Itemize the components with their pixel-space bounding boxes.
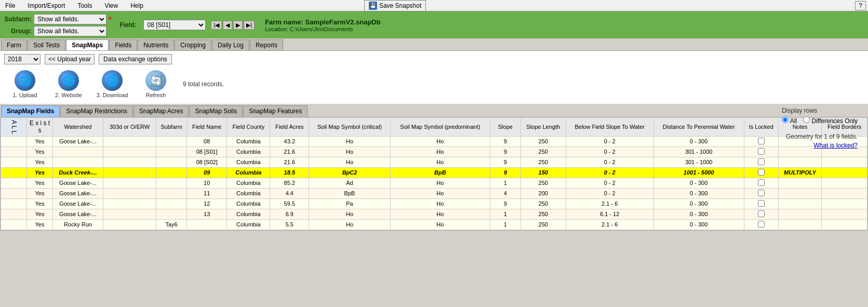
field-bar: Subfarm: Show all fields. * Group: Show …: [0, 11, 868, 38]
col-belowslope-cell: 0 - 2: [566, 157, 653, 167]
col-distperennial-cell: 0 - 300: [653, 209, 744, 219]
website-button[interactable]: 🌐 2. Website: [48, 68, 89, 101]
tab-reports[interactable]: Reports: [250, 39, 283, 50]
subtab-snapmap-acres[interactable]: SnapMap Acres: [133, 105, 189, 117]
save-snapshot-button[interactable]: 💾 Save Snapshot: [364, 0, 426, 11]
upload-year-button[interactable]: << Upload year: [45, 54, 95, 64]
islocked-checkbox[interactable]: [758, 138, 765, 144]
islocked-checkbox[interactable]: [758, 158, 765, 165]
islocked-checkbox[interactable]: [758, 200, 765, 207]
download-button[interactable]: 🌐 3. Download: [91, 68, 133, 101]
col-slope-cell: 9: [490, 136, 520, 146]
subtab-snapmap-restrictions[interactable]: SnapMap Restrictions: [60, 105, 132, 117]
islocked-checkbox[interactable]: [758, 190, 765, 196]
menu-import-export[interactable]: Import/Export: [24, 1, 68, 10]
table-body: YesGoose Lake-...08Columbia43.2HoHo92500…: [1, 136, 867, 230]
sub-tabs: SnapMap Fields SnapMap Restrictions Snap…: [0, 104, 868, 117]
col-fieldborders-cell: [822, 219, 867, 230]
col-islocked-cell[interactable]: [744, 167, 778, 178]
menu-tools[interactable]: Tools: [74, 1, 95, 10]
toolbar-row2: 🌐 1. Upload 🌐 2. Website 🌐 3. Download 🔄…: [4, 68, 864, 101]
nav-last-button[interactable]: ▶|: [244, 21, 255, 30]
nav-next-button[interactable]: ▶: [233, 21, 243, 30]
col-soilcritical-cell: Ho: [309, 157, 391, 167]
website-icon: 🌐: [58, 70, 79, 91]
menu-file[interactable]: File: [2, 1, 18, 10]
col-slopelength-cell: 150: [520, 167, 566, 178]
nav-prev-button[interactable]: ◀: [223, 21, 232, 30]
group-select[interactable]: Show all fields.: [34, 26, 106, 36]
col-all-cell[interactable]: [1, 157, 27, 167]
field-select[interactable]: 08 [S01]: [143, 20, 206, 30]
download-label: 3. Download: [96, 92, 128, 98]
col-orw-cell: [103, 188, 156, 198]
nav-first-button[interactable]: |◀: [211, 21, 222, 30]
tab-daily-log[interactable]: Daily Log: [212, 39, 249, 50]
data-exchange-button[interactable]: Data exchange options: [99, 54, 172, 64]
col-islocked-cell[interactable]: [744, 219, 778, 230]
col-islocked-cell[interactable]: [744, 157, 778, 167]
col-islocked-cell[interactable]: [744, 198, 778, 209]
tab-nutrients[interactable]: Nutrients: [138, 39, 174, 50]
field-label: Field:: [119, 21, 140, 29]
col-orw-cell: [103, 178, 156, 188]
col-soilpredominant-cell: BpB: [390, 167, 490, 178]
col-all-cell[interactable]: [1, 146, 27, 157]
radio-differences[interactable]: [803, 116, 810, 123]
tab-snapmaps[interactable]: SnapMaps: [66, 39, 109, 50]
radio-all[interactable]: [782, 116, 789, 123]
year-select[interactable]: 2018: [4, 54, 41, 64]
col-all-cell[interactable]: [1, 167, 27, 178]
col-watershed-cell: Goose Lake-...: [53, 198, 103, 209]
col-notes-cell: [778, 219, 822, 230]
what-is-locked-link[interactable]: What is locked?: [813, 142, 858, 149]
col-all-cell[interactable]: [1, 219, 27, 230]
col-fieldcounty-cell: Columbia: [227, 178, 270, 188]
col-orw-cell: [103, 157, 156, 167]
tab-cropping[interactable]: Cropping: [175, 39, 211, 50]
subtab-snapmap-fields[interactable]: SnapMap Fields: [1, 105, 60, 117]
col-fieldacres-cell: 85.2: [270, 178, 309, 188]
col-islocked-cell[interactable]: [744, 188, 778, 198]
col-soilpredominant-cell: Ho: [390, 146, 490, 157]
help-button[interactable]: ?: [855, 1, 866, 10]
radio-all-label[interactable]: All: [782, 116, 797, 125]
col-fieldcounty-header: Field County: [227, 118, 270, 137]
subfarm-select[interactable]: Show all fields.: [34, 14, 106, 24]
islocked-checkbox[interactable]: [758, 210, 765, 217]
col-all-cell[interactable]: [1, 188, 27, 198]
col-belowslope-cell: 2.1 - 6: [566, 198, 653, 209]
col-subfarm-cell: [156, 136, 187, 146]
menu-help[interactable]: Help: [127, 1, 146, 10]
tab-soil-tests[interactable]: Soil Tests: [28, 39, 65, 50]
subtab-snapmap-features[interactable]: SnapMap Features: [243, 105, 308, 117]
upload-button[interactable]: 🌐 1. Upload: [4, 68, 46, 101]
table-container: A L L E x i s t s Watershed 303d or O/ER…: [0, 117, 868, 231]
col-all-cell[interactable]: [1, 209, 27, 219]
islocked-checkbox[interactable]: [758, 148, 765, 155]
col-watershed-cell: [53, 157, 103, 167]
islocked-checkbox[interactable]: [758, 179, 765, 186]
col-islocked-cell[interactable]: [744, 178, 778, 188]
islocked-checkbox[interactable]: [758, 221, 765, 228]
col-islocked-cell[interactable]: [744, 146, 778, 157]
menu-view[interactable]: View: [101, 1, 121, 10]
col-islocked-cell[interactable]: [744, 136, 778, 146]
col-belowslope-cell: 6.1 - 12: [566, 209, 653, 219]
subtab-snapmap-soils[interactable]: SnapMap Soils: [189, 105, 243, 117]
refresh-button[interactable]: 🔄 Refresh: [135, 68, 177, 101]
islocked-checkbox[interactable]: [758, 169, 765, 176]
col-all-cell[interactable]: [1, 198, 27, 209]
col-fieldname-cell: 11: [187, 188, 227, 198]
col-fieldname-cell: 08: [187, 136, 227, 146]
tab-fields[interactable]: Fields: [109, 39, 137, 50]
tab-farm[interactable]: Farm: [1, 39, 27, 50]
col-belowslope-cell: 0 - 2: [566, 146, 653, 157]
col-islocked-cell[interactable]: [744, 209, 778, 219]
col-all-cell[interactable]: [1, 136, 27, 146]
col-soilpredominant-cell: Ho: [390, 219, 490, 230]
col-slope-cell: 9: [490, 198, 520, 209]
col-distperennial-cell: 0 - 300: [653, 198, 744, 209]
radio-differences-label[interactable]: Differences Only: [803, 116, 858, 125]
col-all-cell[interactable]: [1, 178, 27, 188]
